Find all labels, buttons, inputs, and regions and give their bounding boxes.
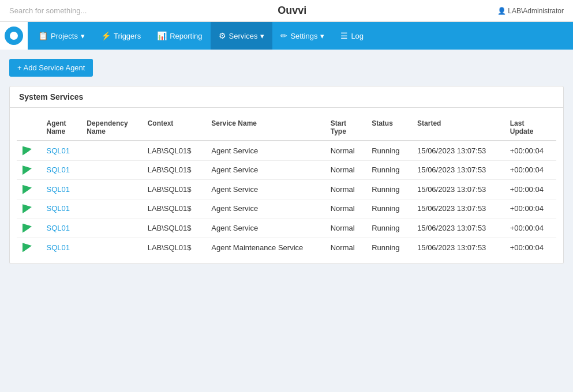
service-name-cell: Agent Service — [205, 141, 324, 160]
svg-marker-4 — [24, 224, 31, 232]
dependency-name-cell — [81, 160, 141, 180]
reporting-icon: 📊 — [157, 31, 167, 40]
content-area: + Add Service Agent System Services Agen… — [0, 50, 573, 392]
last-update-cell: +00:00:04 — [504, 141, 556, 160]
svg-marker-5 — [24, 243, 31, 251]
flag-icon — [23, 146, 32, 156]
service-name-cell: Agent Service — [205, 199, 324, 218]
card-header: System Services — [10, 86, 563, 108]
status-cell: Running — [366, 238, 411, 257]
user-label: LAB\Administrator — [497, 7, 564, 15]
nav-item-settings[interactable]: ✏ Settings ▾ — [272, 22, 332, 50]
add-service-agent-button[interactable]: + Add Service Agent — [9, 59, 93, 77]
top-bar: Search for something... Ouvvi LAB\Admini… — [0, 0, 573, 22]
flag-cell — [17, 141, 41, 160]
context-cell: LAB\SQL01$ — [142, 199, 206, 218]
agent-name-link[interactable]: SQL01 — [47, 185, 70, 194]
flag-cell — [17, 218, 41, 238]
context-cell: LAB\SQL01$ — [142, 180, 206, 199]
context-cell: LAB\SQL01$ — [142, 160, 206, 180]
status-cell: Running — [366, 199, 411, 218]
dependency-name-cell — [81, 218, 141, 238]
flag-cell — [17, 160, 41, 180]
nav-label-triggers: Triggers — [114, 32, 141, 40]
section-title: System Services — [19, 92, 83, 101]
col-agent-name: AgentName — [41, 115, 81, 141]
table-row: SQL01LAB\SQL01$Agent ServiceNormalRunnin… — [17, 180, 556, 199]
last-update-cell: +00:00:04 — [504, 199, 556, 218]
status-cell: Running — [366, 160, 411, 180]
start-type-cell: Normal — [325, 199, 366, 218]
chevron-down-icon-services: ▾ — [260, 32, 264, 40]
start-type-cell: Normal — [325, 218, 366, 238]
service-name-cell: Agent Service — [205, 180, 324, 199]
flag-icon — [23, 185, 32, 194]
last-update-cell: +00:00:04 — [504, 160, 556, 180]
table-row: SQL01LAB\SQL01$Agent ServiceNormalRunnin… — [17, 218, 556, 238]
table-row: SQL01LAB\SQL01$Agent ServiceNormalRunnin… — [17, 160, 556, 180]
col-status: Status — [366, 115, 411, 141]
nav-logo[interactable] — [0, 22, 28, 50]
start-type-cell: Normal — [325, 180, 366, 199]
agent-name-link[interactable]: SQL01 — [47, 146, 70, 155]
service-name-cell: Agent Maintenance Service — [205, 238, 324, 257]
col-flag — [17, 115, 41, 141]
flag-icon — [23, 224, 32, 233]
svg-marker-0 — [24, 147, 31, 155]
started-cell: 15/06/2023 13:07:53 — [411, 160, 504, 180]
nav-label-reporting: Reporting — [170, 32, 202, 40]
dependency-name-cell — [81, 141, 141, 160]
agent-name-cell[interactable]: SQL01 — [41, 199, 81, 218]
started-cell: 15/06/2023 13:07:53 — [411, 180, 504, 199]
start-type-cell: Normal — [325, 141, 366, 160]
agent-name-link[interactable]: SQL01 — [47, 204, 70, 213]
agent-name-cell[interactable]: SQL01 — [41, 141, 81, 160]
projects-icon: 📋 — [38, 31, 48, 40]
flag-cell — [17, 238, 41, 257]
service-name-cell: Agent Service — [205, 160, 324, 180]
start-type-cell: Normal — [325, 160, 366, 180]
svg-marker-3 — [24, 205, 31, 213]
nav-item-projects[interactable]: 📋 Projects ▾ — [30, 22, 93, 50]
nav-item-triggers[interactable]: ⚡ Triggers — [93, 22, 149, 50]
table-row: SQL01LAB\SQL01$Agent ServiceNormalRunnin… — [17, 141, 556, 160]
col-started: Started — [411, 115, 504, 141]
col-last-update: LastUpdate — [504, 115, 556, 141]
agent-name-link[interactable]: SQL01 — [47, 165, 70, 174]
nav-label-projects: Projects — [51, 32, 78, 40]
flag-icon — [23, 243, 32, 252]
nav-label-log: Log — [351, 32, 364, 40]
services-icon: ⚙ — [219, 31, 226, 40]
search-input[interactable]: Search for something... — [9, 6, 87, 15]
last-update-cell: +00:00:04 — [504, 218, 556, 238]
started-cell: 15/06/2023 13:07:53 — [411, 218, 504, 238]
system-services-card: System Services AgentName DependencyName… — [9, 86, 564, 264]
svg-marker-2 — [24, 186, 31, 194]
agent-name-link[interactable]: SQL01 — [47, 243, 70, 252]
context-cell: LAB\SQL01$ — [142, 218, 206, 238]
services-table: AgentName DependencyName Context Service… — [17, 115, 556, 257]
flag-icon — [23, 165, 32, 175]
agent-name-cell[interactable]: SQL01 — [41, 218, 81, 238]
agent-name-cell[interactable]: SQL01 — [41, 238, 81, 257]
service-name-cell: Agent Service — [205, 218, 324, 238]
flag-cell — [17, 199, 41, 218]
app-title: Ouvvi — [278, 5, 306, 17]
agent-name-cell[interactable]: SQL01 — [41, 180, 81, 199]
nav-item-reporting[interactable]: 📊 Reporting — [149, 22, 210, 50]
nav-item-log[interactable]: ☰ Log — [332, 22, 372, 50]
table-row: SQL01LAB\SQL01$Agent Maintenance Service… — [17, 238, 556, 257]
col-service-name: Service Name — [205, 115, 324, 141]
status-cell: Running — [366, 218, 411, 238]
context-cell: LAB\SQL01$ — [142, 141, 206, 160]
col-dependency-name: DependencyName — [81, 115, 141, 141]
status-cell: Running — [366, 180, 411, 199]
context-cell: LAB\SQL01$ — [142, 238, 206, 257]
agent-name-cell[interactable]: SQL01 — [41, 160, 81, 180]
nav-item-services[interactable]: ⚙ Services ▾ — [211, 22, 273, 50]
settings-icon: ✏ — [280, 31, 287, 40]
start-type-cell: Normal — [325, 238, 366, 257]
log-icon: ☰ — [340, 31, 348, 40]
agent-name-link[interactable]: SQL01 — [47, 224, 70, 232]
svg-marker-1 — [24, 166, 31, 174]
